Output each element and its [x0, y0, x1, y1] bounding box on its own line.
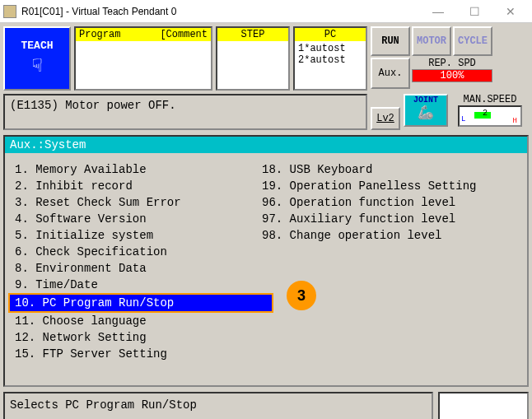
menu-column-left: 1. Memory Available 2. Inhibit record 3.… — [12, 161, 259, 362]
man-speed-indicator: L 2 H — [458, 105, 522, 127]
cycle-button[interactable]: CYCLE — [453, 26, 492, 56]
man-speed-value: 2 — [483, 109, 488, 118]
rep-speed-label: REP. SPD — [412, 58, 492, 69]
status-message: (E1135) Motor power OFF. — [3, 94, 367, 130]
man-low-mark: L — [461, 115, 465, 123]
step-header: STEP — [241, 29, 265, 40]
program-body[interactable] — [76, 41, 211, 89]
menu-item[interactable]: 19. Operation Panelless Setting — [259, 178, 473, 194]
program-header-left: Program — [79, 29, 120, 40]
content-panel: Aux.:System 1. Memory Available 2. Inhib… — [3, 135, 529, 387]
step-body[interactable] — [217, 41, 288, 89]
callout-badge: 3 — [287, 281, 316, 310]
menu-item[interactable]: 97. Auxiliary function level — [259, 211, 473, 227]
joint-button[interactable]: JOINT 🦾 — [404, 94, 448, 127]
menu-item[interactable]: 9. Time/Date — [12, 277, 259, 293]
menu-item[interactable]: 18. USB Keyboard — [259, 161, 473, 178]
menu-item[interactable]: 11. Choose language — [12, 313, 259, 329]
man-speed-label: MAN.SPEED — [451, 94, 529, 105]
pc-header: PC — [324, 29, 336, 40]
program-panel: Program [Comment — [74, 26, 212, 91]
rep-speed-value: 100% — [412, 69, 492, 82]
hand-icon: ☟ — [31, 55, 42, 77]
menu-item[interactable]: 98. Change operation level — [259, 227, 473, 244]
menu-item[interactable]: 10. PC Program Run/Stop — [8, 293, 273, 313]
pc-body[interactable]: 1*autost 2*autost — [295, 41, 366, 89]
pc-panel: PC 1*autost 2*autost — [293, 26, 367, 91]
command-input[interactable] — [438, 392, 529, 419]
menu-item[interactable]: 1. Memory Available — [12, 161, 259, 178]
menu-item[interactable]: 8. Environment Data — [12, 260, 259, 277]
robot-icon: 🦾 — [418, 105, 434, 121]
joint-label: JOINT — [413, 95, 438, 105]
man-high-mark: H — [513, 117, 517, 125]
run-button[interactable]: RUN — [371, 26, 410, 56]
menu-item[interactable]: 3. Reset Check Sum Error — [12, 194, 259, 211]
menu-item[interactable]: 96. Operation function level — [259, 194, 473, 211]
minimize-button[interactable]: — — [420, 1, 456, 22]
teach-label: TEACH — [21, 40, 53, 52]
motor-button[interactable]: MOTOR — [412, 26, 451, 56]
hint-message: Selects PC Program Run/Stop — [3, 392, 433, 419]
menu-item[interactable]: 4. Software Version — [12, 211, 259, 227]
app-icon — [3, 5, 16, 18]
aux-button[interactable]: Aux. — [371, 58, 410, 89]
pc-line-1: 1*autost — [298, 43, 362, 54]
menu-item[interactable]: 6. Check Specification — [12, 244, 259, 260]
pc-line-2: 2*autost — [298, 54, 362, 66]
menu-item[interactable]: 2. Inhibit record — [12, 178, 259, 194]
menu-item[interactable]: 5. Initialize system — [12, 227, 259, 244]
window-title: R01[C01] - Virtual Teach Pendant 0 — [21, 6, 420, 17]
menu-column-right: 18. USB Keyboard19. Operation Panelless … — [259, 161, 473, 362]
content-header: Aux.:System — [5, 137, 527, 153]
close-button[interactable]: ✕ — [492, 1, 529, 22]
level-button[interactable]: Lv2 — [371, 107, 400, 130]
teach-button[interactable]: TEACH ☟ — [3, 26, 71, 91]
maximize-button[interactable]: ☐ — [456, 1, 492, 22]
menu-item[interactable]: 12. Network Setting — [12, 329, 259, 346]
window-titlebar: R01[C01] - Virtual Teach Pendant 0 — ☐ ✕ — [0, 0, 532, 23]
step-panel: STEP — [216, 26, 290, 91]
menu-item[interactable]: 15. FTP Server Setting — [12, 346, 259, 362]
program-header-right: [Comment — [160, 29, 208, 40]
